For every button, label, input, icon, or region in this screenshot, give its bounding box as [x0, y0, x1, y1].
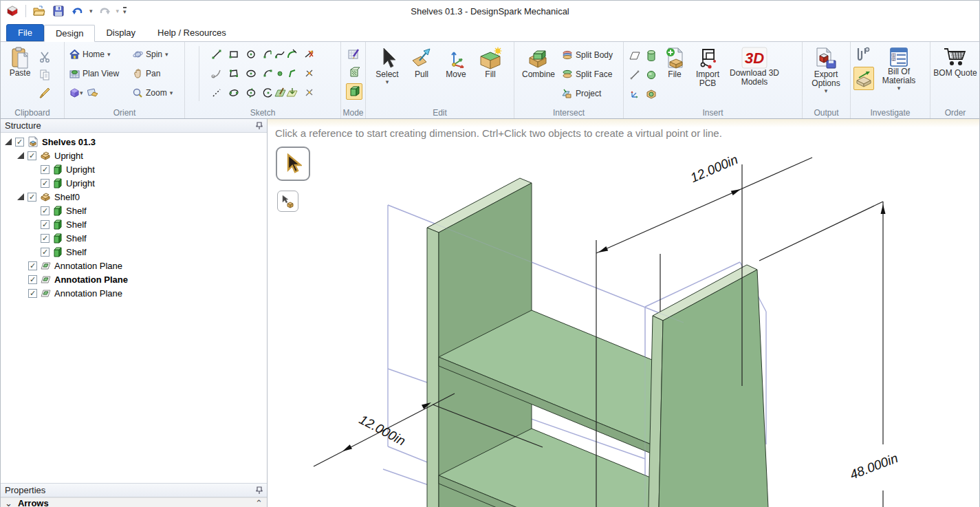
visibility-checkbox[interactable]: ✓ — [41, 165, 50, 174]
project-button[interactable]: Project — [560, 85, 615, 103]
line-tool-icon[interactable] — [208, 46, 225, 63]
download-3d-models-button[interactable]: 3D Download 3D Models — [726, 45, 783, 107]
dimension-value-top[interactable]: 12.000in — [688, 152, 740, 185]
dimension-value-right[interactable]: 48.000in — [848, 451, 900, 482]
rotated-ellipse-tool-icon[interactable] — [243, 85, 259, 101]
visibility-checkbox[interactable]: ✓ — [28, 275, 37, 284]
fillet-tool-icon[interactable] — [284, 46, 301, 63]
section-mode-button[interactable] — [346, 65, 362, 81]
tab-file[interactable]: File — [6, 24, 44, 41]
combine-button[interactable]: Combine — [517, 45, 560, 107]
bom-dropdown[interactable]: ▾ — [897, 85, 901, 91]
tree-item-shelf-1[interactable]: ✓ Shelf — [1, 204, 267, 217]
collapse-icon[interactable]: ⌄ — [5, 497, 12, 507]
visibility-checkbox[interactable]: ✓ — [28, 261, 37, 270]
tab-design[interactable]: Design — [44, 25, 95, 42]
tangent-line-tool-icon[interactable] — [208, 65, 225, 82]
insert-line-icon[interactable] — [627, 67, 643, 83]
tree-item-shelf0-component[interactable]: ✓ Shelf0 — [1, 190, 267, 204]
model-canvas[interactable]: 12.000in 12.000in 48.000in Click a refer… — [268, 119, 979, 507]
tree-item-annotation-plane-2[interactable]: ✓ Annotation Plane — [1, 272, 267, 286]
tree-item-shelves[interactable]: ✓ Shelves 01.3 — [1, 135, 267, 149]
insert-shell-icon[interactable] — [643, 86, 660, 103]
visibility-checkbox[interactable]: ✓ — [28, 151, 36, 160]
home-dropdown[interactable]: ▾ — [107, 52, 111, 58]
3d-scene[interactable]: 12.000in 12.000in 48.000in — [268, 119, 979, 507]
split-body-button[interactable]: Split Body — [560, 46, 615, 64]
zoom-button[interactable]: Zoom▾ — [131, 84, 182, 102]
fill-button[interactable]: Fill — [475, 45, 506, 107]
paste-button[interactable]: Paste — [3, 45, 36, 105]
trim-tool-icon[interactable] — [301, 46, 318, 63]
bom-quote-button[interactable]: BOM Quote — [933, 45, 977, 78]
split-face-button[interactable]: Split Face — [560, 65, 615, 83]
select-cursor-tool-button[interactable] — [276, 147, 310, 181]
pan-button[interactable]: Pan — [131, 65, 182, 83]
visibility-checkbox[interactable]: ✓ — [41, 248, 50, 257]
visibility-checkbox[interactable]: ✓ — [28, 193, 36, 202]
solid-mode-button[interactable] — [346, 83, 362, 100]
measure-button[interactable] — [853, 45, 874, 65]
visibility-checkbox[interactable]: ✓ — [41, 234, 50, 243]
delete-sketch-tool-icon[interactable] — [301, 85, 318, 101]
export-options-button[interactable]: Export Options ▾ — [805, 45, 847, 94]
move-component-tool-button[interactable] — [277, 191, 298, 212]
copy-button[interactable] — [36, 67, 53, 83]
polygon-tool-icon[interactable] — [226, 65, 242, 82]
annotation-dimension-button[interactable] — [853, 67, 874, 90]
upright-board-right[interactable] — [649, 265, 768, 507]
properties-section-arrows[interactable]: ⌄ Arrows ⌃ — [1, 497, 267, 507]
cut-button[interactable] — [36, 49, 53, 65]
iso-view-button[interactable]: ▾ — [69, 88, 83, 98]
tree-item-shelf-4[interactable]: ✓ Shelf — [1, 245, 267, 259]
scroll-up-icon[interactable]: ⌃ — [255, 497, 263, 507]
pin-icon[interactable] — [256, 486, 263, 495]
pull-button[interactable]: Pull — [406, 45, 437, 107]
visibility-checkbox[interactable]: ✓ — [41, 220, 50, 229]
format-painter-button[interactable] — [36, 85, 53, 101]
spin-dropdown[interactable]: ▾ — [165, 52, 168, 58]
expander-icon[interactable] — [17, 152, 24, 159]
insert-plane-icon[interactable] — [627, 47, 643, 64]
tree-item-shelf-2[interactable]: ✓ Shelf — [1, 217, 267, 231]
select-button[interactable]: Select ▾ — [371, 45, 403, 107]
rectangle-tool-icon[interactable] — [226, 46, 242, 63]
sketch-mode-button[interactable] — [346, 46, 362, 63]
ellipse-tool-icon[interactable] — [243, 65, 259, 82]
expander-icon[interactable] — [5, 138, 12, 145]
home-view-button[interactable]: Home▾ — [67, 45, 131, 63]
bend-tool-icon[interactable] — [284, 65, 301, 82]
tab-help-resources[interactable]: Help / Resources — [146, 24, 237, 41]
insert-sphere-icon[interactable] — [643, 67, 660, 83]
export-options-dropdown[interactable]: ▾ — [825, 88, 828, 94]
pin-icon[interactable] — [256, 122, 263, 130]
move-button[interactable]: Move — [440, 45, 472, 107]
insert-file-button[interactable]: File — [660, 45, 690, 107]
circle-tool-icon[interactable] — [243, 46, 259, 63]
tree-item-upright-1[interactable]: ✓ Upright — [1, 162, 267, 176]
zoom-dropdown[interactable]: ▾ — [170, 90, 173, 96]
visibility-checkbox[interactable]: ✓ — [41, 206, 50, 215]
ellipse-arc-tool-icon[interactable] — [226, 85, 242, 101]
visibility-checkbox[interactable]: ✓ — [28, 289, 37, 298]
plan-view-button[interactable]: Plan View — [67, 65, 131, 83]
iso-view-dropdown[interactable]: ▾ — [80, 90, 83, 96]
import-pcb-button[interactable]: Import PCB — [690, 45, 726, 107]
tree-item-upright-component[interactable]: ✓ Upright — [1, 149, 267, 162]
bill-of-materials-button[interactable]: 12 Bill Of Materials ▾ — [874, 45, 924, 107]
tree-item-annotation-plane-3[interactable]: ✓ Annotation Plane — [1, 286, 267, 300]
dimension-value-left[interactable]: 12.000in — [357, 412, 408, 449]
insert-axes-icon[interactable] — [627, 86, 643, 103]
tree-item-annotation-plane-1[interactable]: ✓ Annotation Plane — [1, 259, 267, 272]
tab-display[interactable]: Display — [95, 24, 146, 41]
expander-icon[interactable] — [17, 193, 24, 200]
tree-item-upright-2[interactable]: ✓ Upright — [1, 176, 267, 190]
construction-line-tool-icon[interactable] — [208, 85, 225, 101]
visibility-checkbox[interactable]: ✓ — [41, 179, 50, 188]
visibility-checkbox[interactable]: ✓ — [15, 138, 24, 147]
insert-cylinder-icon[interactable] — [643, 47, 660, 64]
spin-button[interactable]: Spin▾ — [131, 45, 182, 63]
select-dropdown[interactable]: ▾ — [386, 79, 389, 85]
align-view-button[interactable] — [86, 86, 100, 100]
split-tool-icon[interactable] — [301, 65, 318, 82]
